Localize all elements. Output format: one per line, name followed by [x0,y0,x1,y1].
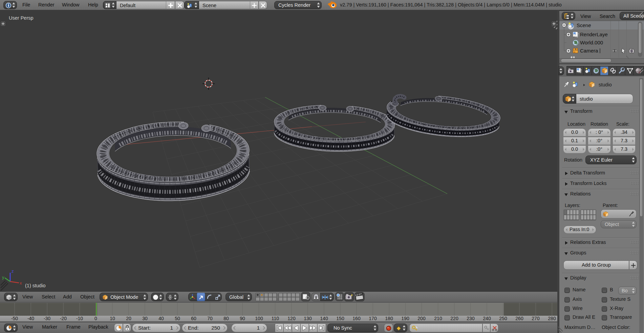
svg-text:Camera: Camera [580,48,598,54]
svg-text:y: y [2,275,4,280]
svg-text:User Persp: User Persp [9,15,34,21]
svg-text:Scene: Scene [577,22,591,28]
svg-text:World.000: World.000 [580,40,603,45]
svg-text:z: z [12,269,14,274]
svg-text:RenderLaye: RenderLaye [580,32,608,37]
svg-text:x: x [20,280,22,286]
svg-text:(1) studio: (1) studio [25,283,45,288]
